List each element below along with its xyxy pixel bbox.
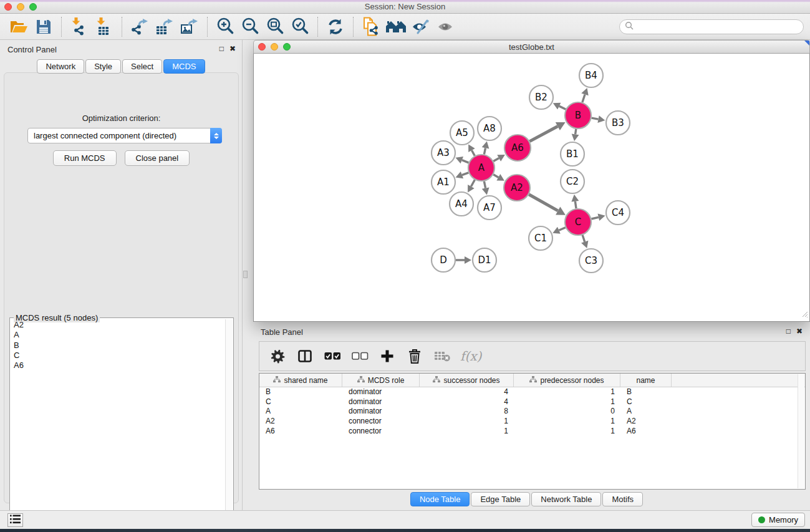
graph-node-label: B3 [612, 117, 624, 128]
table-scrollbar[interactable] [798, 374, 804, 488]
float-panel-icon[interactable]: □ [219, 44, 224, 53]
table-cell[interactable]: A6 [620, 427, 672, 437]
add-column-icon[interactable] [378, 346, 397, 367]
column-header-MCDS-role[interactable]: MCDS role [342, 374, 420, 387]
table-cell[interactable]: 1 [514, 417, 620, 427]
table-row[interactable]: Adominator80A [259, 407, 805, 417]
table-row[interactable]: A2connector11A2 [259, 417, 805, 427]
tab-select[interactable]: Select [122, 59, 162, 74]
save-session-icon[interactable] [31, 16, 56, 38]
mcds-result-scrollbar[interactable] [225, 319, 233, 528]
export-network-icon[interactable] [127, 16, 152, 38]
hide-graphics-icon[interactable] [408, 16, 433, 38]
tab-network[interactable]: Network [37, 59, 84, 74]
delete-column-icon[interactable] [405, 346, 424, 367]
graph-node-label: A6 [511, 142, 524, 153]
settings-gear-icon[interactable] [268, 346, 287, 367]
table-cell[interactable]: connector [342, 427, 420, 437]
close-panel-button[interactable]: Close panel [125, 150, 190, 166]
network-window: testGlobe.txt B4B2BB3A8A5A6A3B1AC2A1A2A4… [253, 40, 810, 322]
column-header-successor-nodes[interactable]: successor nodes [420, 374, 514, 387]
panel-divider-handle[interactable] [243, 271, 248, 278]
table-cell[interactable]: connector [342, 417, 420, 427]
close-table-panel-icon[interactable]: ✖ [796, 327, 803, 336]
zoom-selected-icon[interactable] [287, 16, 312, 38]
table-cell[interactable]: A2 [259, 417, 342, 427]
column-header-shared-name[interactable]: shared name [259, 374, 342, 387]
search-input[interactable] [619, 19, 804, 34]
network-window-titlebar[interactable]: testGlobe.txt [253, 40, 810, 54]
export-image-icon[interactable] [177, 16, 202, 38]
tab-motifs[interactable]: Motifs [602, 492, 643, 506]
table-cell[interactable]: 4 [420, 397, 514, 407]
graph-arrowhead [465, 256, 471, 264]
float-table-panel-icon[interactable]: □ [786, 327, 791, 336]
import-table-icon[interactable] [92, 16, 117, 38]
memory-button[interactable]: Memory [751, 513, 805, 527]
zoom-fit-icon[interactable] [263, 16, 287, 38]
graph-node-label: A7 [483, 202, 496, 213]
network-graph[interactable]: B4B2BB3A8A5A6A3B1AC2A1A2A4A7C4CC1DD1C3 [254, 54, 809, 321]
open-session-icon[interactable] [6, 16, 31, 38]
tab-mcds[interactable]: MCDS [163, 59, 205, 74]
table-cell[interactable]: dominator [342, 407, 420, 417]
table-cell[interactable]: 8 [420, 407, 514, 417]
table-cell[interactable]: 1 [420, 427, 514, 437]
table-cell[interactable]: A [620, 407, 672, 417]
table-cell[interactable]: dominator [342, 387, 420, 397]
graph-edge [582, 94, 585, 102]
table-row[interactable]: Cdominator41C [259, 397, 805, 407]
network-canvas[interactable]: B4B2BB3A8A5A6A3B1AC2A1A2A4A7C4CC1DD1C3 [253, 54, 810, 322]
table-cell[interactable]: 1 [514, 427, 620, 437]
task-history-button[interactable] [7, 513, 23, 527]
table-cell[interactable]: A [259, 407, 342, 417]
tab-network-table[interactable]: Network Table [531, 492, 601, 506]
resize-grip-icon[interactable] [801, 309, 808, 320]
zoom-in-icon[interactable] [213, 16, 238, 38]
tab-style[interactable]: Style [85, 59, 121, 74]
graph-node-label: B4 [585, 70, 597, 81]
mcds-result-item[interactable]: C [11, 351, 224, 360]
column-header-name[interactable]: name [620, 374, 672, 387]
mcds-result-item[interactable]: A [11, 330, 224, 340]
mcds-result-item[interactable]: A6 [11, 360, 224, 370]
table-cell[interactable]: 1 [420, 417, 514, 427]
select-all-icon[interactable] [323, 346, 342, 367]
refresh-layout-icon[interactable] [323, 16, 348, 38]
deselect-all-icon[interactable] [350, 346, 369, 367]
import-network-icon[interactable] [67, 16, 92, 38]
table-cell[interactable]: 1 [514, 387, 620, 397]
show-graphics-icon[interactable] [433, 16, 458, 38]
tab-node-table[interactable]: Node Table [410, 492, 470, 506]
table-row[interactable]: A6connector11A6 [259, 427, 805, 437]
table-panel-title: Table Panel [261, 327, 303, 337]
table-cell[interactable]: B [259, 387, 342, 397]
run-mcds-button[interactable]: Run MCDS [53, 150, 117, 166]
table-cell[interactable]: C [259, 397, 342, 407]
tab-edge-table[interactable]: Edge Table [471, 492, 530, 506]
graph-node-label: D1 [478, 254, 491, 266]
table-cell[interactable]: 0 [514, 407, 620, 417]
table-cell[interactable]: 4 [420, 387, 514, 397]
table-cell[interactable]: dominator [342, 397, 420, 407]
zoom-out-icon[interactable] [238, 16, 263, 38]
table-cell[interactable]: 1 [514, 397, 620, 407]
close-panel-icon[interactable]: ✖ [229, 44, 236, 53]
export-table-icon[interactable] [152, 16, 177, 38]
optimization-criterion-select[interactable]: largest connected component (directed) [27, 128, 222, 143]
table-cell[interactable]: A6 [259, 427, 342, 437]
mcds-result-item[interactable]: B [11, 341, 224, 351]
home-icon[interactable] [383, 16, 408, 38]
table-row[interactable]: Bdominator41B [259, 387, 805, 397]
table-cell[interactable]: A2 [620, 417, 672, 427]
copy-network-icon[interactable] [359, 16, 383, 38]
columns-icon[interactable] [296, 346, 314, 367]
memory-status-icon [758, 516, 765, 523]
graph-node-label: C [575, 216, 581, 228]
table-cell[interactable]: B [620, 387, 672, 397]
control-panel: Control Panel □ ✖ Optimization criterion… [0, 40, 243, 510]
table-toolbar: f(x) [259, 341, 806, 371]
table-cell[interactable]: C [620, 397, 672, 407]
column-header-predecessor-nodes[interactable]: predecessor nodes [514, 374, 620, 387]
mcds-result-item[interactable]: A2 [11, 320, 224, 330]
